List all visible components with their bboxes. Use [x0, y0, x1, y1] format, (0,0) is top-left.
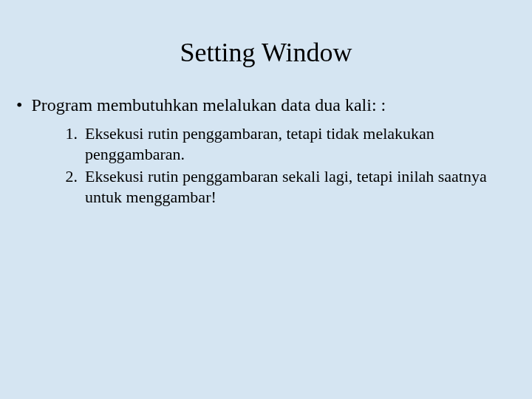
numbered-marker: 1. [55, 123, 78, 144]
list-item: 2. Eksekusi rutin penggambaran sekali la… [55, 166, 517, 208]
list-item: 1. Eksekusi rutin penggambaran, tetapi t… [55, 123, 517, 165]
slide-title: Setting Window [15, 37, 517, 68]
bullet-text: Program membutuhkan melalukan data dua k… [31, 94, 386, 116]
slide-container: Setting Window • Program membutuhkan mel… [0, 0, 532, 399]
numbered-text: Eksekusi rutin penggambaran, tetapi tida… [85, 123, 499, 165]
numbered-marker: 2. [55, 166, 78, 187]
numbered-list: 1. Eksekusi rutin penggambaran, tetapi t… [55, 123, 517, 208]
numbered-text: Eksekusi rutin penggambaran sekali lagi,… [85, 166, 499, 208]
bullet-marker: • [16, 94, 22, 116]
bullet-item: • Program membutuhkan melalukan data dua… [15, 94, 517, 116]
